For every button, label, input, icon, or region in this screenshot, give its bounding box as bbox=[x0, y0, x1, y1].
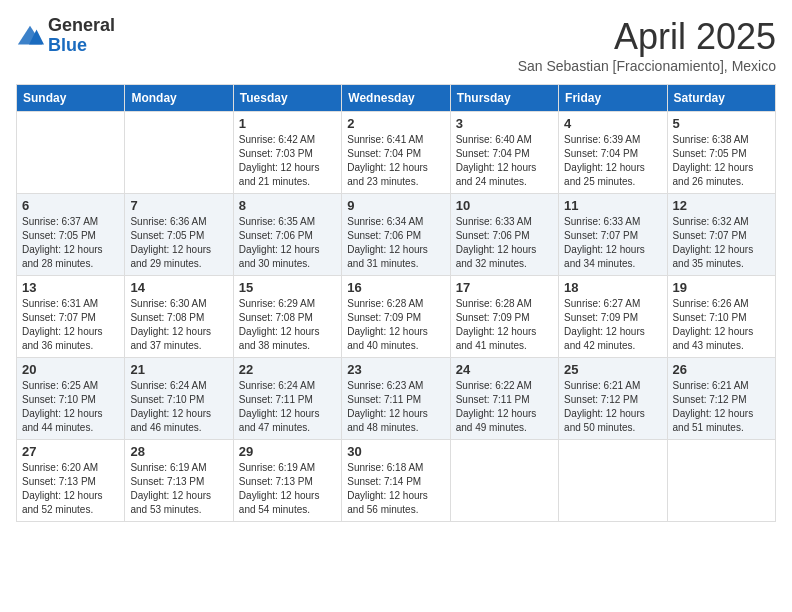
day-info: Sunrise: 6:32 AMSunset: 7:07 PMDaylight:… bbox=[673, 215, 770, 271]
day-info: Sunrise: 6:35 AMSunset: 7:06 PMDaylight:… bbox=[239, 215, 336, 271]
day-info: Sunrise: 6:27 AMSunset: 7:09 PMDaylight:… bbox=[564, 297, 661, 353]
header-wednesday: Wednesday bbox=[342, 85, 450, 112]
calendar-week-1: 1Sunrise: 6:42 AMSunset: 7:03 PMDaylight… bbox=[17, 112, 776, 194]
title-section: April 2025 San Sebastian [Fraccionamient… bbox=[518, 16, 776, 74]
calendar-cell: 5Sunrise: 6:38 AMSunset: 7:05 PMDaylight… bbox=[667, 112, 775, 194]
logo-icon bbox=[16, 22, 44, 50]
calendar-cell: 16Sunrise: 6:28 AMSunset: 7:09 PMDayligh… bbox=[342, 276, 450, 358]
day-info: Sunrise: 6:41 AMSunset: 7:04 PMDaylight:… bbox=[347, 133, 444, 189]
day-info: Sunrise: 6:19 AMSunset: 7:13 PMDaylight:… bbox=[239, 461, 336, 517]
calendar-cell: 24Sunrise: 6:22 AMSunset: 7:11 PMDayligh… bbox=[450, 358, 558, 440]
header-tuesday: Tuesday bbox=[233, 85, 341, 112]
day-info: Sunrise: 6:39 AMSunset: 7:04 PMDaylight:… bbox=[564, 133, 661, 189]
calendar-cell: 10Sunrise: 6:33 AMSunset: 7:06 PMDayligh… bbox=[450, 194, 558, 276]
month-title: April 2025 bbox=[518, 16, 776, 58]
logo-text: General Blue bbox=[48, 16, 115, 56]
day-number: 23 bbox=[347, 362, 444, 377]
day-info: Sunrise: 6:25 AMSunset: 7:10 PMDaylight:… bbox=[22, 379, 119, 435]
day-number: 28 bbox=[130, 444, 227, 459]
calendar-cell bbox=[17, 112, 125, 194]
day-number: 15 bbox=[239, 280, 336, 295]
calendar-cell: 25Sunrise: 6:21 AMSunset: 7:12 PMDayligh… bbox=[559, 358, 667, 440]
calendar-cell: 22Sunrise: 6:24 AMSunset: 7:11 PMDayligh… bbox=[233, 358, 341, 440]
logo-general: General bbox=[48, 16, 115, 36]
calendar-week-5: 27Sunrise: 6:20 AMSunset: 7:13 PMDayligh… bbox=[17, 440, 776, 522]
day-info: Sunrise: 6:33 AMSunset: 7:07 PMDaylight:… bbox=[564, 215, 661, 271]
day-number: 20 bbox=[22, 362, 119, 377]
calendar-cell: 28Sunrise: 6:19 AMSunset: 7:13 PMDayligh… bbox=[125, 440, 233, 522]
day-info: Sunrise: 6:38 AMSunset: 7:05 PMDaylight:… bbox=[673, 133, 770, 189]
calendar-cell: 9Sunrise: 6:34 AMSunset: 7:06 PMDaylight… bbox=[342, 194, 450, 276]
header-saturday: Saturday bbox=[667, 85, 775, 112]
header-friday: Friday bbox=[559, 85, 667, 112]
calendar-cell: 7Sunrise: 6:36 AMSunset: 7:05 PMDaylight… bbox=[125, 194, 233, 276]
calendar-header: SundayMondayTuesdayWednesdayThursdayFrid… bbox=[17, 85, 776, 112]
calendar: SundayMondayTuesdayWednesdayThursdayFrid… bbox=[16, 84, 776, 522]
day-number: 17 bbox=[456, 280, 553, 295]
day-info: Sunrise: 6:21 AMSunset: 7:12 PMDaylight:… bbox=[673, 379, 770, 435]
day-number: 16 bbox=[347, 280, 444, 295]
calendar-cell: 1Sunrise: 6:42 AMSunset: 7:03 PMDaylight… bbox=[233, 112, 341, 194]
calendar-cell: 27Sunrise: 6:20 AMSunset: 7:13 PMDayligh… bbox=[17, 440, 125, 522]
day-number: 5 bbox=[673, 116, 770, 131]
calendar-cell bbox=[125, 112, 233, 194]
header-monday: Monday bbox=[125, 85, 233, 112]
logo-blue: Blue bbox=[48, 36, 115, 56]
calendar-cell: 20Sunrise: 6:25 AMSunset: 7:10 PMDayligh… bbox=[17, 358, 125, 440]
calendar-cell bbox=[450, 440, 558, 522]
day-info: Sunrise: 6:26 AMSunset: 7:10 PMDaylight:… bbox=[673, 297, 770, 353]
day-info: Sunrise: 6:33 AMSunset: 7:06 PMDaylight:… bbox=[456, 215, 553, 271]
day-number: 4 bbox=[564, 116, 661, 131]
calendar-cell: 4Sunrise: 6:39 AMSunset: 7:04 PMDaylight… bbox=[559, 112, 667, 194]
day-info: Sunrise: 6:29 AMSunset: 7:08 PMDaylight:… bbox=[239, 297, 336, 353]
day-number: 29 bbox=[239, 444, 336, 459]
day-number: 30 bbox=[347, 444, 444, 459]
day-info: Sunrise: 6:23 AMSunset: 7:11 PMDaylight:… bbox=[347, 379, 444, 435]
calendar-cell: 3Sunrise: 6:40 AMSunset: 7:04 PMDaylight… bbox=[450, 112, 558, 194]
day-number: 9 bbox=[347, 198, 444, 213]
calendar-cell: 29Sunrise: 6:19 AMSunset: 7:13 PMDayligh… bbox=[233, 440, 341, 522]
day-info: Sunrise: 6:42 AMSunset: 7:03 PMDaylight:… bbox=[239, 133, 336, 189]
day-number: 10 bbox=[456, 198, 553, 213]
calendar-cell: 15Sunrise: 6:29 AMSunset: 7:08 PMDayligh… bbox=[233, 276, 341, 358]
day-number: 22 bbox=[239, 362, 336, 377]
day-number: 13 bbox=[22, 280, 119, 295]
calendar-cell: 2Sunrise: 6:41 AMSunset: 7:04 PMDaylight… bbox=[342, 112, 450, 194]
day-info: Sunrise: 6:30 AMSunset: 7:08 PMDaylight:… bbox=[130, 297, 227, 353]
logo: General Blue bbox=[16, 16, 115, 56]
day-info: Sunrise: 6:28 AMSunset: 7:09 PMDaylight:… bbox=[456, 297, 553, 353]
day-info: Sunrise: 6:21 AMSunset: 7:12 PMDaylight:… bbox=[564, 379, 661, 435]
day-info: Sunrise: 6:28 AMSunset: 7:09 PMDaylight:… bbox=[347, 297, 444, 353]
day-info: Sunrise: 6:36 AMSunset: 7:05 PMDaylight:… bbox=[130, 215, 227, 271]
calendar-cell bbox=[559, 440, 667, 522]
day-number: 25 bbox=[564, 362, 661, 377]
calendar-cell: 14Sunrise: 6:30 AMSunset: 7:08 PMDayligh… bbox=[125, 276, 233, 358]
day-number: 6 bbox=[22, 198, 119, 213]
day-info: Sunrise: 6:19 AMSunset: 7:13 PMDaylight:… bbox=[130, 461, 227, 517]
calendar-cell: 30Sunrise: 6:18 AMSunset: 7:14 PMDayligh… bbox=[342, 440, 450, 522]
page-header: General Blue April 2025 San Sebastian [F… bbox=[16, 16, 776, 74]
calendar-cell bbox=[667, 440, 775, 522]
day-info: Sunrise: 6:34 AMSunset: 7:06 PMDaylight:… bbox=[347, 215, 444, 271]
day-number: 1 bbox=[239, 116, 336, 131]
day-number: 7 bbox=[130, 198, 227, 213]
calendar-week-3: 13Sunrise: 6:31 AMSunset: 7:07 PMDayligh… bbox=[17, 276, 776, 358]
day-number: 3 bbox=[456, 116, 553, 131]
day-number: 19 bbox=[673, 280, 770, 295]
calendar-week-2: 6Sunrise: 6:37 AMSunset: 7:05 PMDaylight… bbox=[17, 194, 776, 276]
day-info: Sunrise: 6:18 AMSunset: 7:14 PMDaylight:… bbox=[347, 461, 444, 517]
day-info: Sunrise: 6:40 AMSunset: 7:04 PMDaylight:… bbox=[456, 133, 553, 189]
day-number: 2 bbox=[347, 116, 444, 131]
day-number: 26 bbox=[673, 362, 770, 377]
day-number: 18 bbox=[564, 280, 661, 295]
day-number: 21 bbox=[130, 362, 227, 377]
day-info: Sunrise: 6:31 AMSunset: 7:07 PMDaylight:… bbox=[22, 297, 119, 353]
calendar-cell: 12Sunrise: 6:32 AMSunset: 7:07 PMDayligh… bbox=[667, 194, 775, 276]
calendar-cell: 19Sunrise: 6:26 AMSunset: 7:10 PMDayligh… bbox=[667, 276, 775, 358]
header-sunday: Sunday bbox=[17, 85, 125, 112]
day-number: 14 bbox=[130, 280, 227, 295]
calendar-cell: 18Sunrise: 6:27 AMSunset: 7:09 PMDayligh… bbox=[559, 276, 667, 358]
calendar-cell: 11Sunrise: 6:33 AMSunset: 7:07 PMDayligh… bbox=[559, 194, 667, 276]
calendar-cell: 6Sunrise: 6:37 AMSunset: 7:05 PMDaylight… bbox=[17, 194, 125, 276]
calendar-cell: 21Sunrise: 6:24 AMSunset: 7:10 PMDayligh… bbox=[125, 358, 233, 440]
